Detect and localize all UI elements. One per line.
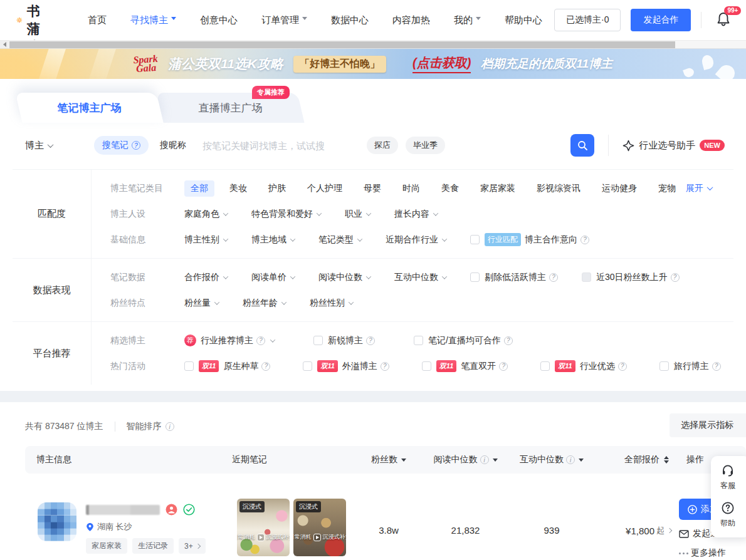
blogger-tag[interactable]: 家居家装 <box>86 538 127 554</box>
dropdown-read-median[interactable]: 阅读中位数 <box>318 272 370 283</box>
dropdown-strength-content[interactable]: 擅长内容 <box>394 209 438 220</box>
category-option[interactable]: 时尚 <box>396 180 426 197</box>
dropdown-coop-price[interactable]: 合作报价 <box>184 272 228 283</box>
promo-banner[interactable]: SparkGala 蒲公英双11选K攻略 「好博主不怕晚」 (点击获取) 档期充… <box>0 49 746 79</box>
dropdown-fans-count[interactable]: 粉丝量 <box>184 298 219 309</box>
nav-home[interactable]: 首页 <box>88 14 107 26</box>
category-option[interactable]: 运动健身 <box>596 180 643 197</box>
checkbox-rising-bloggers[interactable]: 新锐博主 <box>313 335 375 346</box>
checkbox[interactable] <box>470 272 480 282</box>
help-icon[interactable] <box>549 273 558 282</box>
help-icon[interactable] <box>366 336 375 345</box>
search-mode-note[interactable]: 搜笔记 <box>94 136 149 155</box>
hot-keyword-tag[interactable]: 毕业季 <box>406 137 445 154</box>
help-icon[interactable] <box>381 362 389 371</box>
search-input[interactable] <box>202 140 359 151</box>
col-fans-sort[interactable]: 粉丝数 <box>351 454 426 465</box>
help-icon[interactable] <box>499 362 508 371</box>
selected-bloggers-button[interactable]: 已选博主·0 <box>554 9 621 31</box>
checkbox[interactable] <box>582 272 591 282</box>
col-price-sort[interactable]: 全部报价 <box>599 454 686 466</box>
category-option[interactable]: 家居家装 <box>474 180 522 197</box>
search-button[interactable] <box>570 134 594 157</box>
note-thumbnail[interactable]: 沉浸式 日常消耗沉浸式补货 <box>237 499 290 556</box>
price-value[interactable]: ¥1,800起 <box>599 525 686 536</box>
help-icon[interactable] <box>671 273 680 282</box>
help-icon[interactable] <box>618 362 627 371</box>
dropdown-read-unit-price[interactable]: 阅读单价 <box>251 272 295 283</box>
checkbox-d11-industry-picked[interactable]: 双11行业优选 <box>540 360 626 372</box>
checkbox-industry-match-intent[interactable]: 行业匹配 博主合作意向 <box>470 233 589 246</box>
tab-live-blogger-plaza[interactable]: 专属推荐 直播博主广场 <box>160 93 301 123</box>
help-icon[interactable] <box>712 362 721 371</box>
tab-note-blogger-plaza[interactable]: 笔记博主广场 <box>19 93 160 123</box>
help-button[interactable]: 帮助 <box>720 501 740 529</box>
nav-content-heating[interactable]: 内容加热 <box>392 14 430 26</box>
help-icon[interactable] <box>261 362 270 371</box>
nav-data-center[interactable]: 数据中心 <box>331 14 369 26</box>
category-option[interactable]: 护肤 <box>262 180 292 197</box>
dropdown-fans-age[interactable]: 粉丝年龄 <box>243 298 286 309</box>
dropdown-note-type[interactable]: 笔记类型 <box>318 234 362 246</box>
checkbox-d11-native-seeding[interactable]: 双11原生种草 <box>184 360 270 372</box>
category-option[interactable]: 宠物 <box>652 180 682 197</box>
dropdown-industry-recommended[interactable]: 荐 行业推荐博主 <box>184 334 275 346</box>
help-icon[interactable] <box>256 336 265 345</box>
checkbox[interactable] <box>470 235 480 244</box>
choose-display-metrics-button[interactable]: 选择展示指标 <box>670 413 746 437</box>
checkbox-note-live-both[interactable]: 笔记/直播均可合作 <box>414 335 513 346</box>
category-option[interactable]: 美妆 <box>223 180 253 197</box>
note-thumbnail[interactable]: 沉浸式 日常消耗沉浸式补货 <box>293 499 346 556</box>
blogger-tag-more[interactable]: 3+ <box>179 538 206 554</box>
checkbox[interactable] <box>303 361 312 371</box>
nav-creative-center[interactable]: 创意中心 <box>200 14 238 26</box>
col-interact-median-sort[interactable]: 互动中位数 <box>505 454 599 465</box>
nav-help-center[interactable]: 帮助中心 <box>505 14 542 26</box>
checkbox[interactable] <box>313 336 323 345</box>
smart-sort-selector[interactable]: 智能排序 <box>127 421 174 432</box>
scroll-left-arrow[interactable] <box>0 41 9 48</box>
checkbox[interactable] <box>540 361 550 371</box>
blogger-name-line[interactable] <box>86 504 206 516</box>
checkbox-d11-note-live-dual[interactable]: 双11笔直双开 <box>422 360 508 372</box>
search-mode-nickname[interactable]: 搜昵称 <box>160 140 186 151</box>
checkbox-remove-low-active[interactable]: 剔除低活跃博主 <box>470 272 558 283</box>
industry-picker-assistant[interactable]: 行业选号助手 NEW <box>623 140 721 152</box>
checkbox[interactable] <box>184 361 194 371</box>
dropdown-recent-coop-industry[interactable]: 近期合作行业 <box>386 234 446 246</box>
category-option[interactable]: 美食 <box>435 180 465 197</box>
dropdown-family-role[interactable]: 家庭角色 <box>184 209 228 220</box>
dropdown-interact-median[interactable]: 互动中位数 <box>394 272 446 283</box>
checkbox[interactable] <box>659 361 669 371</box>
checkbox-travel-bloggers[interactable]: 旅行博主 <box>659 361 721 372</box>
horizontal-scrollbar[interactable] <box>0 40 746 49</box>
nav-order-management[interactable]: 订单管理 <box>261 14 307 26</box>
nav-find-bloggers[interactable]: 寻找博主 <box>130 14 176 26</box>
dropdown-blogger-gender[interactable]: 博主性别 <box>184 234 228 246</box>
scope-selector[interactable]: 博主 <box>25 140 53 152</box>
dropdown-background-hobby[interactable]: 特色背景和爱好 <box>251 209 321 220</box>
more-actions-button[interactable]: 更多操作 <box>679 547 746 559</box>
avatar[interactable] <box>38 502 76 541</box>
dropdown-occupation[interactable]: 职业 <box>345 209 370 220</box>
category-option[interactable]: 影视综资讯 <box>530 180 587 197</box>
dropdown-blogger-region[interactable]: 博主地域 <box>251 234 295 246</box>
expand-categories-button[interactable]: 展开 <box>686 183 712 194</box>
checkbox[interactable] <box>422 361 431 371</box>
notification-bell[interactable]: 99+ <box>717 11 730 29</box>
blogger-tag[interactable]: 生活记录 <box>132 538 174 554</box>
category-option[interactable]: 个人护理 <box>301 180 349 197</box>
checkbox[interactable] <box>414 336 423 345</box>
banner-cta-link[interactable]: (点击获取) <box>412 54 471 73</box>
category-option[interactable]: 母婴 <box>357 180 387 197</box>
dropdown-fans-gender[interactable]: 粉丝性别 <box>310 298 353 309</box>
checkbox-d11-spillover[interactable]: 双11外溢博主 <box>303 360 389 372</box>
checkbox-fans-rising-30d[interactable]: 近30日粉丝数上升 <box>582 272 680 283</box>
scrollbar-thumb[interactable] <box>9 41 675 48</box>
customer-service-button[interactable]: 客服 <box>720 464 740 491</box>
col-read-median-sort[interactable]: 阅读中位数 <box>426 454 505 465</box>
category-option-all[interactable]: 全部 <box>184 180 214 197</box>
hot-keyword-tag[interactable]: 探店 <box>367 137 398 154</box>
help-icon[interactable] <box>581 236 589 244</box>
help-icon[interactable] <box>504 336 513 345</box>
